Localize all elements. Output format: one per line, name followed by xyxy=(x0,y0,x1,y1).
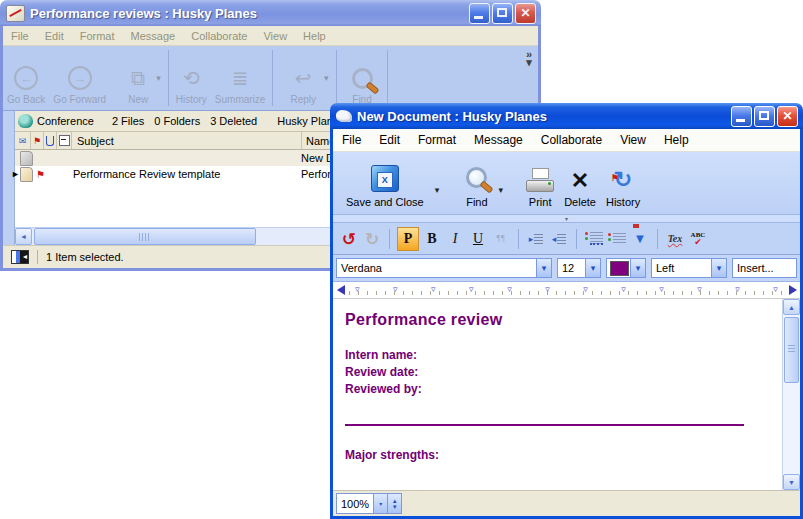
menu-view[interactable]: View xyxy=(611,133,655,147)
save-dropdown-icon[interactable]: ▾ xyxy=(429,185,446,195)
close-button[interactable]: ✕ xyxy=(515,3,536,24)
window-title: Performance reviews : Husky Planes xyxy=(30,6,469,21)
paragraph-style-button[interactable]: P xyxy=(397,227,419,251)
scrollbar-track[interactable] xyxy=(783,385,800,474)
minimize-button[interactable] xyxy=(469,3,490,24)
tab-stop-marker-icon[interactable]: ▿ xyxy=(621,282,626,296)
menu-file[interactable]: File xyxy=(333,133,370,147)
tab-stop-marker-icon[interactable]: ▿ xyxy=(431,282,436,296)
menu-message[interactable]: Message xyxy=(465,133,532,147)
chevron-down-icon[interactable]: ▾ xyxy=(630,259,645,277)
font-size-select[interactable]: 12 ▾ xyxy=(557,258,601,278)
highlighter-button[interactable]: Tex xyxy=(665,228,685,250)
alignment-select[interactable]: Left ▾ xyxy=(651,258,727,278)
tab-stop-marker-icon[interactable]: ▿ xyxy=(545,282,550,296)
menu-format[interactable]: Format xyxy=(72,30,123,42)
tab-stop-marker-icon[interactable]: ▿ xyxy=(697,282,702,296)
new-button[interactable]: ⧉ New xyxy=(124,46,152,110)
outdent-button[interactable]: ◂ xyxy=(549,228,569,250)
toolbar-overflow-chevron-icon[interactable]: »▾ xyxy=(520,46,538,70)
underline-button[interactable]: U xyxy=(468,228,488,250)
maximize-button[interactable] xyxy=(754,106,775,127)
scrollbar-thumb[interactable] xyxy=(784,317,799,383)
menu-message[interactable]: Message xyxy=(123,30,184,42)
undo-button[interactable]: ↺ xyxy=(339,228,359,250)
menu-edit[interactable]: Edit xyxy=(370,133,409,147)
view-name: Conference xyxy=(37,115,94,127)
title-bar[interactable]: New Document : Husky Planes ✕ xyxy=(330,103,803,129)
menu-view[interactable]: View xyxy=(255,30,295,42)
subject-column-header[interactable]: Subject xyxy=(72,132,302,149)
menu-edit[interactable]: Edit xyxy=(37,30,72,42)
tab-stop-marker-icon[interactable]: ▿ xyxy=(583,282,588,296)
tab-stop-marker-icon[interactable]: ▿ xyxy=(659,282,664,296)
new-document-icon: ⧉ xyxy=(131,65,145,91)
toolbar-collapse-handle[interactable]: ▾ xyxy=(333,215,800,223)
ruler[interactable]: ▿ ▿ ▿ ▿ ▿ ▿ ▿ ▿ ▿ ▿ ▿ ▿ xyxy=(333,282,800,299)
tab-stop-marker-icon[interactable]: ▿ xyxy=(469,282,474,296)
font-size-value: 12 xyxy=(558,262,585,274)
scroll-left-icon[interactable]: ◄ xyxy=(15,228,32,245)
view-pane-icon[interactable] xyxy=(11,250,29,264)
font-color-select[interactable]: ▾ xyxy=(606,258,646,278)
menu-collaborate[interactable]: Collaborate xyxy=(532,133,611,147)
history-button[interactable]: ⟲ History xyxy=(172,46,211,110)
font-family-select[interactable]: Verdana ▾ xyxy=(336,258,552,278)
paragraph-margins-button[interactable] xyxy=(584,228,604,250)
zoom-control[interactable]: 100% ▾ ▲▼ xyxy=(336,493,402,514)
attachment-column-icon[interactable] xyxy=(44,132,57,149)
find-button[interactable]: Find xyxy=(461,152,492,214)
menu-help[interactable]: Help xyxy=(295,30,334,42)
history-button[interactable]: ↻⚑ History xyxy=(601,152,645,214)
reply-button[interactable]: ↩ Reply xyxy=(286,46,320,110)
vertical-scrollbar[interactable]: ▲ ▼ xyxy=(782,299,800,490)
maximize-button[interactable] xyxy=(492,3,513,24)
paragraph-spacing-button[interactable] xyxy=(607,228,627,250)
indent-button[interactable]: ▸ xyxy=(526,228,546,250)
tab-stop-marker-icon[interactable]: ▿ xyxy=(507,282,512,296)
chevron-down-icon[interactable]: ▾ xyxy=(585,259,600,277)
go-forward-button[interactable]: → Go Forward xyxy=(49,46,110,110)
close-button[interactable]: ✕ xyxy=(777,106,798,127)
find-button[interactable]: Find xyxy=(348,46,377,110)
go-back-button[interactable]: ← Go Back xyxy=(3,46,49,110)
reply-dropdown-icon[interactable]: ▾ xyxy=(320,73,333,83)
menu-format[interactable]: Format xyxy=(409,133,465,147)
scroll-down-icon[interactable]: ▼ xyxy=(783,474,800,490)
print-button[interactable]: Print xyxy=(521,152,559,214)
insert-field[interactable]: Insert... xyxy=(732,258,797,278)
scrollbar-thumb[interactable] xyxy=(34,228,256,245)
menu-collaborate[interactable]: Collaborate xyxy=(183,30,255,42)
spell-check-button[interactable]: ABC✔ xyxy=(688,228,708,250)
document-editor[interactable]: Performance review Intern name: Review d… xyxy=(333,299,782,490)
new-dropdown-icon[interactable]: ▾ xyxy=(152,73,165,83)
chevron-down-icon[interactable]: ▾ xyxy=(711,259,726,277)
menu-help[interactable]: Help xyxy=(655,133,698,147)
unread-column-icon[interactable]: ✉ xyxy=(15,132,31,149)
zoom-spinner[interactable]: ▲▼ xyxy=(387,494,401,513)
italic-button[interactable]: I xyxy=(445,228,465,250)
chevron-down-icon[interactable]: ▾ xyxy=(536,259,551,277)
delete-button[interactable]: ✕ Delete xyxy=(559,152,601,214)
jump-to-bottom-button[interactable]: ▼ xyxy=(630,228,650,250)
collapse-column-icon[interactable] xyxy=(57,132,72,149)
summarize-button[interactable]: ≣ Summarize xyxy=(211,46,270,110)
find-dropdown-icon[interactable]: ▾ xyxy=(493,185,510,195)
redo-button[interactable]: ↻ xyxy=(362,228,382,250)
bold-button[interactable]: B xyxy=(422,228,442,250)
title-bar[interactable]: Performance reviews : Husky Planes ✕ xyxy=(0,0,541,26)
menu-file[interactable]: File xyxy=(3,30,37,42)
tab-stop-marker-icon[interactable]: ▿ xyxy=(355,282,360,296)
save-and-close-button[interactable]: X Save and Close xyxy=(341,152,429,214)
right-margin-marker-icon[interactable] xyxy=(789,285,797,295)
left-margin-marker-icon[interactable] xyxy=(337,285,345,295)
flag-column-icon[interactable]: ⚑ xyxy=(31,132,44,149)
zoom-dropdown-icon[interactable]: ▾ xyxy=(373,494,387,513)
scroll-up-icon[interactable]: ▲ xyxy=(783,299,800,315)
minimize-button[interactable] xyxy=(731,106,752,127)
tab-stop-marker-icon[interactable]: ▿ xyxy=(735,282,740,296)
text-properties-icon[interactable]: ¶¶ xyxy=(491,228,511,250)
tab-stop-marker-icon[interactable]: ▿ xyxy=(773,282,778,296)
tab-stop-marker-icon[interactable]: ▿ xyxy=(393,282,398,296)
menu-bar: File Edit Format Message Collaborate Vie… xyxy=(3,26,538,46)
